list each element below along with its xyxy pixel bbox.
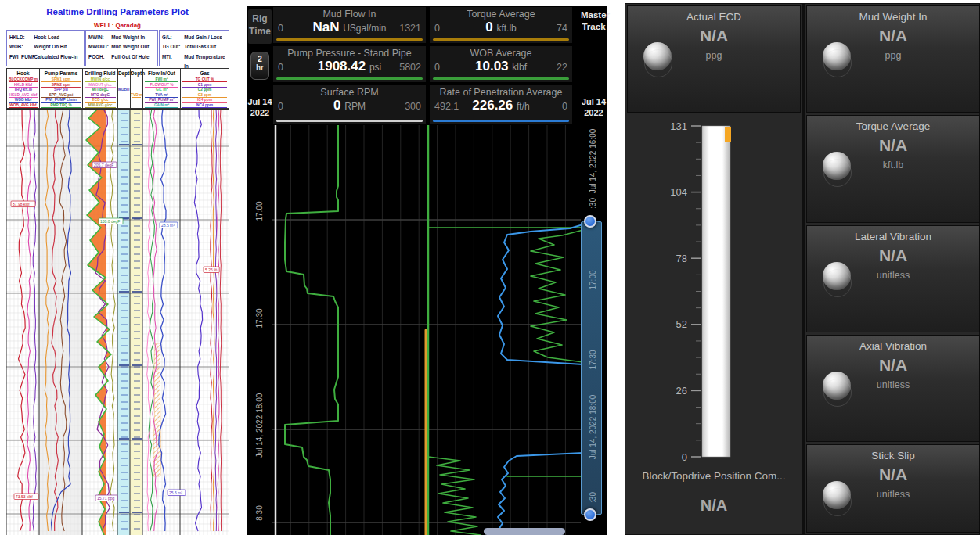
track-scale-row	[131, 83, 142, 88]
interval-number: 2	[251, 55, 268, 63]
legend-desc: Mud Gain / Loss	[184, 33, 227, 42]
track-header-col: DepthMDBIT m	[117, 68, 130, 109]
gauge-surface-rpm[interactable]: Surface RPM03000 RPM	[272, 84, 427, 125]
legend-desc: Mud Weight Out	[111, 42, 156, 52]
track-scale-label: MWIN g/cc	[83, 77, 117, 81]
svg-text:104: 104	[670, 186, 687, 198]
track-scale-label: NC4 ppm	[181, 103, 229, 107]
track-scale-row: SPP_AVG psi	[40, 93, 82, 99]
block-position-value: N/A	[625, 497, 802, 515]
gauge-title: Torque Average	[430, 9, 572, 20]
track-scale-row	[131, 88, 142, 93]
time-axis-label: 17:30	[247, 291, 272, 346]
track-scale-row: G/L m³	[143, 88, 180, 93]
track-scale-row: HKLD klbf	[7, 83, 39, 88]
track-scale-label: PMP TRQ %	[40, 103, 82, 107]
legend-row: MWIN:Mud Weight In	[88, 33, 156, 42]
time-axis-label: Jul 14, 202218:00	[581, 400, 606, 454]
gauge-pump-pressure-stand-pipe[interactable]: Pump Pressure - Stand Pipe058021908.42 p…	[272, 45, 427, 83]
time-axis-label: 17:00	[581, 253, 606, 307]
status-sphere-icon	[823, 42, 851, 70]
gauge-range-bar	[433, 77, 569, 81]
card-actual-ecd[interactable]: Actual ECDN/Appg	[627, 5, 801, 113]
track-scale-row: IC4 ppm	[181, 98, 229, 103]
selection-handle-bottom[interactable]	[584, 508, 596, 521]
track-scale-label: IC4 ppm	[181, 98, 229, 102]
gauge-title: Surface RPM	[273, 87, 426, 98]
card-stick-slip[interactable]: Stick SlipN/Aunitless	[806, 444, 980, 533]
track-header-name: Gas	[181, 69, 229, 77]
card-axial-vibration[interactable]: Axial VibrationN/Aunitless	[806, 335, 980, 442]
legend-desc: Hook Load	[34, 33, 82, 42]
legend-desc: Weight On Bit	[34, 42, 82, 52]
legend-desc: Mud Weight In	[111, 33, 156, 42]
track-scale-row: MDBIT m	[118, 88, 130, 93]
svg-text:25.6 m³: 25.6 m³	[169, 490, 182, 495]
gauge-wob-average[interactable]: WOB Average02210.03 klbf	[429, 45, 573, 83]
svg-text:130.0 degF: 130.0 degF	[100, 219, 120, 224]
track-scale-label: SPM1 spm	[40, 77, 82, 81]
legend-abbr: G/L:	[162, 33, 184, 42]
card-mud-weight-in[interactable]: Mud Weight InN/Appg	[806, 5, 980, 113]
card-title: Lateral Vibration	[807, 231, 979, 242]
track-scale-line	[9, 107, 38, 108]
gauge-torque-average[interactable]: Torque Average0740 kft.lb	[429, 6, 573, 44]
block-position-gauge: 1311047852260	[625, 115, 802, 465]
track-scale-label: ECD g/cc	[83, 98, 117, 102]
track-header-name: Flow In/Out	[143, 69, 180, 77]
gauge-value: 1908.42 psi	[273, 59, 426, 74]
track-scale-row	[118, 77, 130, 83]
track-scale-label: MWOUT g/cc	[83, 83, 117, 87]
horizontal-scrollbar[interactable]	[484, 528, 565, 535]
track-scale-row: PMP TRQ %	[40, 103, 82, 109]
track-scale-label: FWI m³	[143, 77, 180, 81]
track-scale-label: TRQ kft.lb	[7, 88, 39, 92]
track-header-col: Flow In/OutFWI m³FLOWOUT %G/L m³TVA m³FW…	[142, 68, 180, 109]
status-sphere-icon	[823, 372, 851, 400]
gauge-rate-of-penetration-average[interactable]: Rate of Penetration Average492.10226.26 …	[429, 84, 573, 125]
legend-row: HKLD:Hook Load	[9, 33, 82, 42]
legend-row: POOH:Pull Out Of Hole	[88, 52, 156, 62]
gauge-value: NaN USgal/min	[273, 20, 426, 35]
svg-text:73.53 klbf: 73.53 klbf	[16, 494, 33, 499]
card-lateral-vibration[interactable]: Lateral VibrationN/Aunitless	[806, 225, 980, 332]
track-scale-row: GAIN m³	[143, 103, 180, 109]
track-scale-label: TVD m	[131, 93, 142, 97]
legend-row: G/L:Mud Gain / Loss	[162, 33, 227, 42]
track-scale-row: BLOCKCOMP m	[7, 77, 39, 83]
gauge-range-bar	[433, 38, 569, 41]
track-scale-row: MWOUT g/cc	[83, 83, 117, 88]
card-torque-average[interactable]: Torque AverageN/Akft.lb	[806, 115, 980, 223]
time-axis-label: Jul 14, 202218:00	[247, 398, 272, 453]
track-scale-label: WOB klbf	[7, 98, 39, 102]
track-scale-label: C1 ppm	[181, 83, 229, 87]
date-year: 2022	[581, 108, 607, 119]
track-scale-row: SPP psi	[40, 88, 82, 93]
track-scale-row: TVA m³	[143, 93, 180, 99]
gauge-value: 226.26 ft/h	[430, 98, 572, 113]
svg-text:0: 0	[682, 451, 687, 463]
track-scale-label: MW AVG g/cc	[83, 103, 117, 107]
status-sphere-icon	[823, 152, 851, 180]
track-header-name: Drilling Fluid	[83, 69, 117, 77]
gauge-unit: klbf	[512, 62, 527, 73]
gauge-unit: kft.lb	[496, 23, 516, 34]
gauge-value-number: 0	[333, 98, 340, 113]
gauge-mud-flow-in[interactable]: Mud Flow In01321NaN USgal/min	[272, 6, 427, 44]
gauge-range-bar	[433, 120, 569, 123]
time-chart[interactable]	[272, 125, 583, 535]
well-log-plot: 205.7 degF130.0 degF87.98 klbf28.5 m³5.2…	[6, 109, 229, 535]
svg-text:78: 78	[676, 253, 687, 264]
legend-desc: Pull Out Of Hole	[111, 52, 156, 62]
interval-button[interactable]: 2 hr	[250, 52, 269, 80]
left-log-panel: Realtime Drilling Parameters Plot WELL: …	[5, 4, 230, 535]
svg-text:15.71 ppg: 15.71 ppg	[97, 496, 114, 501]
master-track[interactable]: Master Track Jul 14 2022 Jul 14, 202216:…	[581, 6, 607, 535]
card-title: Axial Vibration	[807, 340, 979, 352]
track-scale-label: FLOWOUT %	[143, 83, 180, 87]
selection-handle-top[interactable]	[584, 215, 596, 228]
svg-text:28.5 m³: 28.5 m³	[161, 223, 175, 228]
gauge-value: 0 RPM	[273, 98, 426, 113]
track-header-col: Pump ParamsSPM1 spmSPM2 spmSPP psiSPP_AV…	[39, 68, 82, 109]
gauge-title: Rate of Penetration Average	[430, 87, 572, 98]
